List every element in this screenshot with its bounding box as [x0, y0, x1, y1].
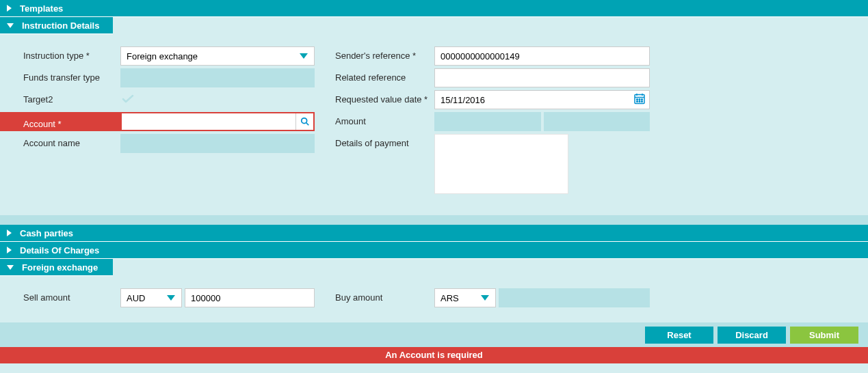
search-icon [300, 117, 310, 126]
label-target2: Target2 [0, 90, 120, 105]
chevron-right-icon [7, 5, 12, 12]
section-header-templates[interactable]: Templates [0, 0, 868, 17]
svg-point-11 [642, 101, 643, 102]
svg-point-10 [639, 101, 640, 102]
label-requested-value-date: Requested value date * [335, 90, 434, 105]
section-title: Templates [20, 3, 63, 14]
account-input-wrapper [120, 112, 315, 131]
panel-instruction-details: Instruction type * Funds transfer type T… [0, 34, 868, 210]
details-of-payment-input[interactable] [434, 134, 568, 194]
label-funds-transfer-type: Funds transfer type [0, 68, 120, 83]
label-related-reference: Related reference [335, 68, 434, 83]
divider [0, 215, 868, 225]
related-reference-input[interactable] [434, 68, 650, 87]
calendar-icon [633, 93, 646, 105]
chevron-right-icon [7, 230, 12, 236]
senders-reference-input[interactable] [434, 46, 650, 66]
svg-point-0 [301, 118, 306, 124]
section-header-instruction-details[interactable]: Instruction Details [0, 17, 113, 34]
calendar-button[interactable] [633, 93, 646, 107]
label-buy-amount: Buy amount [335, 288, 434, 303]
section-header-foreign-exchange[interactable]: Foreign exchange [0, 259, 113, 276]
checkmark-icon[interactable] [122, 94, 134, 107]
section-title: Details Of Charges [20, 245, 99, 255]
section-title: Foreign exchange [22, 262, 98, 273]
label-instruction-type: Instruction type * [0, 46, 120, 61]
panel-foreign-exchange: Sell amount Buy amount [0, 276, 868, 322]
instruction-type-select[interactable] [120, 46, 315, 66]
account-lookup-button[interactable] [295, 113, 313, 130]
svg-point-7 [639, 99, 640, 100]
funds-transfer-type-input [120, 68, 315, 87]
sell-currency-select[interactable] [120, 288, 182, 307]
account-name-input [120, 134, 315, 153]
label-account-name: Account name [0, 134, 120, 148]
svg-point-8 [642, 99, 643, 100]
chevron-right-icon [7, 247, 12, 253]
account-input[interactable] [122, 113, 295, 130]
svg-point-6 [637, 99, 638, 100]
label-account: Account * [0, 112, 120, 131]
chevron-down-icon [7, 23, 14, 28]
section-header-details-of-charges[interactable]: Details Of Charges [0, 242, 868, 259]
sell-amount-input[interactable] [185, 288, 315, 307]
buy-currency-select[interactable] [434, 288, 496, 307]
amount-currency-input [434, 112, 541, 131]
buy-amount-input [499, 288, 650, 307]
section-title: Cash parties [20, 228, 73, 238]
discard-button[interactable]: Discard [718, 327, 786, 344]
action-bar: Reset Discard Submit [0, 322, 868, 347]
label-sell-amount: Sell amount [0, 288, 120, 303]
chevron-down-icon [7, 265, 14, 270]
amount-value-input [544, 112, 650, 131]
reset-button[interactable]: Reset [645, 327, 713, 344]
label-details-of-payment: Details of payment [335, 134, 434, 148]
error-message-bar: An Account is required [0, 347, 868, 363]
svg-line-1 [306, 123, 308, 126]
label-amount: Amount [335, 112, 434, 126]
requested-value-date-input[interactable] [434, 90, 650, 109]
submit-button[interactable]: Submit [790, 327, 858, 344]
label-senders-reference: Sender's reference * [335, 46, 434, 61]
section-title: Instruction Details [22, 20, 99, 31]
section-header-cash-parties[interactable]: Cash parties [0, 225, 868, 242]
svg-point-9 [637, 101, 638, 102]
